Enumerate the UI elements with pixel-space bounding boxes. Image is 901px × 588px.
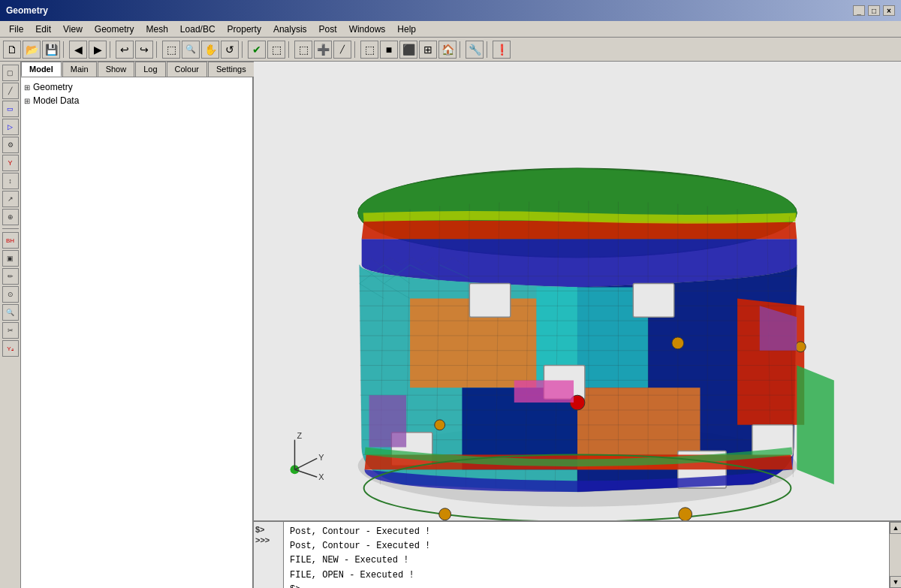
- toolbar-sep-1: [63, 41, 66, 58]
- toolbar-sep-4: [242, 41, 245, 58]
- console-prompt[interactable]: $>: [290, 583, 883, 588]
- menu-help[interactable]: Help: [391, 23, 422, 36]
- tab-colour[interactable]: Colour: [167, 62, 207, 77]
- menu-bar: File Edit View Geometry Mesh Load/BC Pro…: [0, 21, 901, 38]
- icon-transform[interactable]: ↗: [2, 191, 19, 207]
- scroll-up-button[interactable]: ▲: [890, 522, 901, 534]
- menu-mesh[interactable]: Mesh: [140, 23, 174, 36]
- minimize-button[interactable]: _: [853, 5, 865, 16]
- icon-arrows[interactable]: ↕: [2, 173, 19, 189]
- toolbar-back[interactable]: ◀: [69, 41, 87, 59]
- scroll-down-button[interactable]: ▼: [890, 576, 901, 588]
- tab-bar: Model Main Show Log Colour Settings: [21, 62, 252, 77]
- toolbar-new[interactable]: 🗋: [3, 41, 21, 59]
- canvas-viewport[interactable]: ℱ FEAST 2023.00 VSSC / ISRO: [254, 62, 901, 520]
- toolbar-sep-7: [460, 41, 463, 58]
- console-prefix-2: >>>: [255, 535, 282, 544]
- icon-gear[interactable]: ⚙: [2, 137, 19, 153]
- console-scrollbar: ▲ ▼: [889, 522, 901, 588]
- icon-y4[interactable]: Y₄: [2, 340, 19, 357]
- toolbar-line[interactable]: ╱: [333, 41, 351, 59]
- menu-view[interactable]: View: [57, 23, 89, 36]
- menu-analysis[interactable]: Analysis: [267, 23, 313, 36]
- icon-rect[interactable]: ▭: [2, 101, 19, 117]
- title-bar-text: Geometry: [6, 5, 48, 16]
- icon-circle[interactable]: ⊙: [2, 286, 19, 303]
- icon-triangle[interactable]: ▷: [2, 119, 19, 135]
- toolbar-arrow[interactable]: ➕: [314, 41, 332, 59]
- expand-icon-modeldata: ⊞: [24, 97, 30, 105]
- toolbar-frame[interactable]: ⬚: [267, 41, 285, 59]
- scroll-track[interactable]: [890, 534, 901, 576]
- tree-item-geometry[interactable]: ⊞ Geometry: [24, 80, 249, 94]
- icon-toolbar: ▢ ╱ ▭ ▷ ⚙ Y ↕ ↗ ⊕ BH ▣ ✏ ⊙ 🔍 ✂ Y₄: [0, 62, 21, 588]
- svg-point-55: [439, 508, 451, 520]
- icon-line[interactable]: ╱: [2, 83, 19, 99]
- icon-bh[interactable]: BH: [2, 232, 19, 249]
- tab-log[interactable]: Log: [135, 62, 165, 77]
- icon-pointer[interactable]: ▢: [2, 65, 19, 81]
- toolbar-check[interactable]: ✔: [248, 41, 266, 59]
- svg-rect-43: [469, 284, 510, 318]
- svg-text:X: X: [318, 472, 324, 481]
- toolbar-save[interactable]: 💾: [42, 41, 60, 59]
- toolbar-select-box[interactable]: ⬚: [162, 41, 180, 59]
- toolbar-plane[interactable]: ⬚: [294, 41, 312, 59]
- tab-model[interactable]: Model: [21, 62, 62, 77]
- toolbar-rotate[interactable]: ↺: [221, 41, 239, 59]
- tab-settings[interactable]: Settings: [208, 62, 255, 77]
- title-bar: Geometry _ □ ×: [0, 0, 901, 21]
- toolbar-open[interactable]: 📂: [23, 41, 41, 59]
- icon-pencil[interactable]: ✏: [2, 268, 19, 285]
- toolbar-grid[interactable]: ⊞: [419, 41, 437, 59]
- toolbar-forward[interactable]: ▶: [89, 41, 107, 59]
- toolbar-feature1[interactable]: ⬚: [360, 41, 378, 59]
- console-prefix-1: $>: [255, 525, 282, 534]
- svg-point-54: [435, 420, 445, 430]
- icon-y-axis[interactable]: Y: [2, 155, 19, 171]
- tree-label-geometry: Geometry: [33, 82, 73, 92]
- icon-magnify[interactable]: 🔍: [2, 304, 19, 321]
- toolbar-square[interactable]: ■: [380, 41, 398, 59]
- console-gutter: $> >>>: [254, 522, 284, 588]
- tab-main[interactable]: Main: [62, 62, 97, 77]
- toolbar-pan[interactable]: ✋: [201, 41, 219, 59]
- console-text[interactable]: Post, Contour - Executed ! Post, Contour…: [284, 522, 889, 588]
- svg-text:Y: Y: [318, 453, 324, 462]
- console-line-3: FILE, NEW - Executed !: [290, 553, 883, 568]
- tree-item-modeldata[interactable]: ⊞ Model Data: [24, 94, 249, 107]
- toolbar-redo[interactable]: ↪: [135, 41, 153, 59]
- menu-loadbc[interactable]: Load/BC: [174, 23, 221, 36]
- fem-model-svg: Z Y X: [254, 62, 901, 520]
- menu-property[interactable]: Property: [221, 23, 267, 36]
- menu-windows[interactable]: Windows: [343, 23, 392, 36]
- icon-sep-1: [2, 228, 19, 229]
- toolbar-square2[interactable]: ⬛: [399, 41, 417, 59]
- toolbar-home[interactable]: 🏠: [438, 41, 457, 59]
- svg-point-52: [679, 508, 692, 520]
- toolbar-sep-3: [156, 41, 159, 58]
- maximize-button[interactable]: □: [868, 5, 880, 16]
- icon-scissors[interactable]: ✂: [2, 322, 19, 339]
- console-line-4: FILE, OPEN - Executed !: [290, 568, 883, 583]
- menu-file[interactable]: File: [3, 23, 29, 36]
- title-bar-controls: _ □ ×: [853, 5, 895, 16]
- console-line-1: Post, Contour - Executed !: [290, 525, 883, 539]
- tab-show[interactable]: Show: [98, 62, 135, 77]
- toolbar-settings[interactable]: 🔧: [466, 41, 484, 59]
- menu-edit[interactable]: Edit: [29, 23, 57, 36]
- toolbar-undo[interactable]: ↩: [116, 41, 134, 59]
- menu-post[interactable]: Post: [313, 23, 343, 36]
- close-button[interactable]: ×: [883, 5, 895, 16]
- toolbar-zoom[interactable]: 🔍: [182, 41, 200, 59]
- toolbar-sep-5: [288, 41, 291, 58]
- tree-panel: ⊞ Geometry ⊞ Model Data: [21, 77, 252, 588]
- icon-stamp[interactable]: ▣: [2, 250, 19, 267]
- icon-crosshair[interactable]: ⊕: [2, 209, 19, 225]
- svg-point-50: [672, 337, 684, 349]
- menu-geometry[interactable]: Geometry: [89, 23, 140, 36]
- toolbar-exclaim[interactable]: ❗: [493, 41, 511, 59]
- svg-point-51: [795, 342, 806, 352]
- main-container: ▢ ╱ ▭ ▷ ⚙ Y ↕ ↗ ⊕ BH ▣ ✏ ⊙ 🔍 ✂ Y₄ Model …: [0, 62, 901, 588]
- tree-label-modeldata: Model Data: [33, 95, 79, 106]
